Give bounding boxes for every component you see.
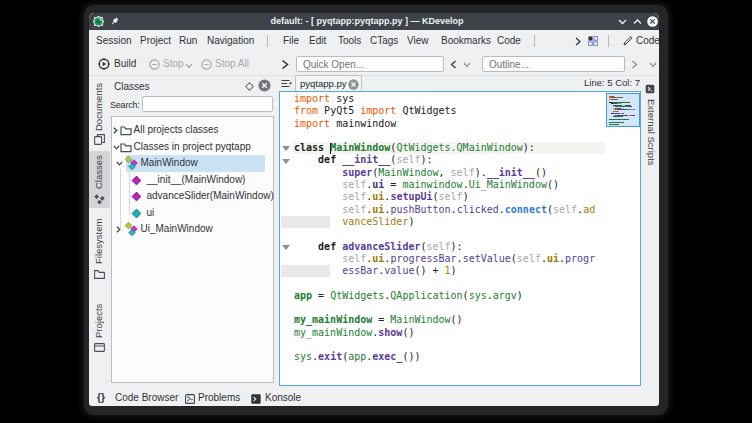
left-dock-tab-filesystem[interactable]: Filesystem (89, 213, 110, 283)
minimap-line (613, 111, 619, 112)
statusbar-problems-button[interactable]: Problems (198, 390, 240, 406)
documents-icon (94, 134, 105, 145)
method-icon (132, 192, 141, 201)
stop-all-icon (201, 59, 212, 70)
code-area-button[interactable]: Code (636, 30, 659, 52)
code-line: import mainwindow (294, 118, 594, 130)
code-line: vanceSlider) (294, 216, 594, 228)
kdevelop-window: default: - [ pyqtapp:pyqtapp.py ] — KDev… (89, 13, 659, 406)
tree-row-all-projects-classes[interactable]: All projects classes (112, 122, 273, 139)
pin-icon[interactable] (110, 17, 119, 26)
left-dock-tab-classes[interactable]: Classes (89, 151, 110, 208)
expander-open-icon[interactable] (113, 145, 120, 150)
code-line: self.ui.progressBar.setValue(self.ui.pro… (294, 253, 594, 265)
next-context-chevron-icon[interactable] (631, 60, 638, 69)
build-icon[interactable] (98, 58, 110, 70)
next-dropdown-chevron-icon[interactable] (649, 62, 657, 68)
tree-label: Classes in project pyqtapp (134, 139, 251, 156)
fold-marker-icon[interactable] (282, 159, 290, 164)
menu-view[interactable]: View (407, 30, 429, 52)
folder-icon (120, 142, 132, 153)
menu-ctags[interactable]: CTags (370, 30, 398, 52)
projects-icon (94, 342, 105, 353)
tab-close-icon[interactable] (348, 79, 359, 90)
statusbar-konsole-button[interactable]: Konsole (265, 390, 301, 406)
titlebar[interactable]: default: - [ pyqtapp:pyqtapp.py ] — KDev… (89, 13, 659, 30)
expander-closed-icon[interactable] (113, 127, 118, 134)
menu-run[interactable]: Run (179, 30, 197, 52)
code-line: class MainWindow(QtWidgets.QMainWindow): (294, 142, 594, 154)
code-text[interactable]: import sysfrom PyQt5 import QtWidgetsimp… (294, 93, 594, 364)
expander-closed-icon[interactable] (116, 226, 121, 233)
desktop-background: default: - [ pyqtapp:pyqtapp.py ] — KDev… (0, 0, 752, 423)
left-dock-tab-documents[interactable]: Documents (89, 80, 110, 148)
menubar-overflow-chevron-icon[interactable] (575, 37, 581, 46)
left-dock-tab-projects[interactable]: Projects (89, 299, 110, 356)
minimap-line (609, 99, 618, 100)
editor-tab-label: pyqtapp.py (300, 76, 346, 92)
close-button[interactable] (647, 16, 658, 27)
right-dock-tab-external-scripts[interactable]: External Scripts (643, 99, 657, 199)
panel-detach-icon[interactable] (245, 82, 254, 91)
toolbar-expand-chevron-icon[interactable] (281, 59, 289, 70)
menu-session[interactable]: Session (96, 30, 132, 52)
area-switcher-grid-icon[interactable] (588, 36, 598, 46)
code-line: from PyQt5 import QtWidgets (294, 105, 594, 117)
left-dock-tab-label: Documents (93, 80, 106, 134)
tree-row-ui-mainwindow[interactable]: Ui_MainWindow (112, 221, 273, 238)
classes-icon (94, 194, 105, 205)
editor-tab-pyqtapp[interactable]: pyqtapp.py (295, 75, 362, 91)
tree-row-ui[interactable]: ui (112, 205, 273, 222)
folder-icon (120, 125, 132, 136)
menu-edit[interactable]: Edit (309, 30, 326, 52)
menu-tools[interactable]: Tools (338, 30, 361, 52)
menubar-separator (267, 35, 268, 47)
left-dock-tab-label: Filesystem (93, 213, 106, 269)
code-line: self.ui = mainwindow.Ui_MainWindow() (294, 179, 594, 191)
panel-close-icon[interactable] (258, 79, 271, 92)
outline-input[interactable] (482, 56, 625, 72)
code-line: my_mainWindow = MainWindow() (294, 314, 594, 326)
build-button[interactable]: Build (114, 52, 136, 76)
stop-dropdown-chevron-icon[interactable] (185, 63, 193, 69)
tree-label: MainWindow (141, 155, 198, 172)
context-dropdown-chevron-icon[interactable] (463, 62, 471, 68)
menu-file[interactable]: File (283, 30, 299, 52)
tree-row-advanceslider-mainwindow-[interactable]: advanceSlider(MainWindow) (112, 188, 273, 205)
maximize-button[interactable] (633, 18, 642, 25)
stop-all-button[interactable]: Stop All (215, 52, 249, 76)
statusbar-code-browser-button[interactable]: Code Browser (115, 390, 178, 406)
stop-icon (149, 59, 160, 70)
tree-row-mainwindow[interactable]: MainWindow (112, 155, 273, 172)
menubar-separator (534, 35, 535, 47)
left-dock-tab-label: Projects (93, 299, 106, 342)
code-line: self.ui.setupUi(self) (294, 191, 594, 203)
fold-marker-icon[interactable] (282, 146, 290, 151)
code-line: my_mainWindow.show() (294, 327, 594, 339)
fold-marker-icon[interactable] (282, 245, 290, 250)
editor-view[interactable]: import sysfrom PyQt5 import QtWidgetsimp… (279, 91, 641, 386)
menubar: Code SessionProjectRunNavigationFileEdit… (89, 30, 659, 52)
menu-bookmarks[interactable]: Bookmarks (441, 30, 491, 52)
tree-label: All projects classes (134, 122, 219, 139)
minimize-button[interactable] (618, 18, 627, 25)
menu-project[interactable]: Project (140, 30, 171, 52)
code-line: def __init__(self): (294, 154, 594, 166)
document-switcher-icon[interactable] (281, 79, 292, 89)
stop-button[interactable]: Stop (163, 52, 184, 76)
code-line: essBar.value() + 1) (294, 265, 594, 277)
quick-open-input[interactable] (296, 56, 444, 72)
tree-row-classes-in-project-pyqtapp[interactable]: Classes in project pyqtapp (112, 139, 273, 156)
menu-navigation[interactable]: Navigation (207, 30, 254, 52)
menu-code[interactable]: Code (497, 30, 521, 52)
class-icon (125, 222, 139, 236)
code-line (294, 339, 594, 351)
expander-open-icon[interactable] (116, 161, 123, 166)
scrollbar-minimap[interactable] (606, 93, 640, 127)
search-label: Search: (110, 100, 140, 110)
tree-label: ui (147, 205, 155, 222)
previous-context-chevron-icon[interactable] (450, 60, 457, 69)
tree-row--init-mainwindow-[interactable]: __init__(MainWindow) (112, 172, 273, 189)
search-input[interactable] (142, 96, 273, 112)
method-icon (132, 176, 141, 185)
